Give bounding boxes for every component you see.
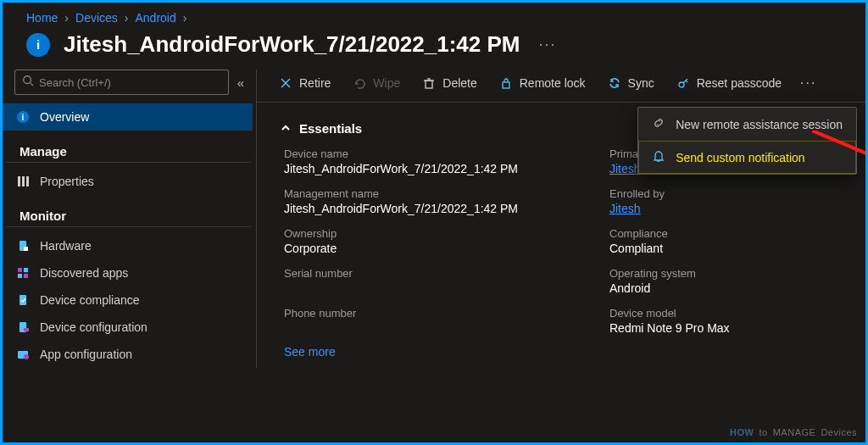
retire-icon (279, 77, 292, 89)
sidebar-item-label: Device configuration (40, 320, 147, 334)
svg-rect-23 (503, 82, 509, 88)
delete-label: Delete (442, 76, 476, 90)
value-link[interactable]: Jitesh (609, 202, 849, 215)
essentials-grid: Device name Jitesh_AndroidForWork_7/21/2… (257, 147, 865, 335)
label: Management name (284, 187, 589, 200)
svg-line-1 (31, 83, 34, 86)
sidebar-item-device-configuration[interactable]: Device configuration (3, 314, 253, 341)
sidebar-item-label: Discovered apps (40, 266, 128, 280)
essentials-title: Essentials (299, 121, 362, 136)
bell-icon (652, 149, 665, 165)
value: Compliant (609, 242, 849, 255)
svg-point-17 (24, 354, 29, 359)
compliance-icon (16, 293, 30, 307)
sidebar-item-label: Overview (40, 110, 89, 124)
sidebar-item-label: Properties (40, 175, 94, 188)
sync-label: Sync (628, 76, 654, 90)
menu-send-notification-label: Send custom notification (676, 151, 805, 164)
svg-rect-11 (18, 274, 22, 278)
breadcrumb-android[interactable]: Android (136, 11, 176, 25)
svg-rect-8 (24, 247, 28, 251)
retire-button[interactable]: Retire (269, 72, 341, 94)
wipe-button: Wipe (342, 72, 410, 94)
breadcrumb-home[interactable]: Home (26, 11, 58, 25)
svg-rect-20 (426, 81, 432, 88)
breadcrumb: Home › Devices › Android › (3, 3, 865, 25)
search-input[interactable] (39, 76, 221, 89)
sync-button[interactable]: Sync (598, 72, 665, 94)
sync-icon (608, 77, 621, 89)
delete-button[interactable]: Delete (412, 72, 487, 94)
sidebar-item-label: App configuration (40, 348, 132, 361)
field-device-model: Device model Redmi Note 9 Pro Max (609, 307, 849, 335)
search-box[interactable] (14, 70, 229, 95)
label: Device model (609, 307, 849, 320)
lock-icon (499, 77, 513, 89)
watermark-text: HOW (730, 427, 754, 437)
svg-line-26 (686, 81, 687, 82)
value: Jitesh_AndroidForWork_7/21/2022_1:42 PM (284, 202, 589, 215)
label: Enrolled by (609, 187, 849, 200)
watermark-text: to (760, 427, 768, 437)
label: Device name (284, 147, 589, 160)
hardware-icon (16, 239, 30, 253)
watermark: HOW to MANAGE Devices (730, 427, 857, 437)
sidebar-item-overview[interactable]: i Overview (3, 103, 253, 131)
sidebar-item-label: Device compliance (40, 293, 140, 307)
key-icon (676, 77, 690, 89)
sidebar-item-discovered-apps[interactable]: Discovered apps (3, 259, 253, 286)
field-phone-number: Phone number (284, 307, 589, 335)
sidebar-item-properties[interactable]: Properties (3, 168, 253, 195)
properties-icon (16, 175, 30, 188)
chevron-right-icon: › (183, 11, 187, 25)
label: Operating system (609, 267, 849, 280)
device-info-icon: i (26, 33, 50, 57)
watermark-text: Devices (821, 427, 857, 437)
wipe-icon (353, 77, 366, 89)
sidebar-item-label: Hardware (40, 239, 92, 253)
sidebar-item-app-configuration[interactable]: App configuration (3, 341, 253, 368)
toolbar-more-button[interactable]: ··· (793, 71, 823, 95)
chevron-right-icon: › (64, 11, 69, 25)
breadcrumb-devices[interactable]: Devices (75, 11, 118, 25)
reset-passcode-label: Reset passcode (697, 76, 782, 90)
svg-rect-9 (18, 268, 22, 272)
retire-label: Retire (299, 76, 331, 90)
sidebar-item-hardware[interactable]: Hardware (3, 232, 253, 259)
link-icon (652, 116, 665, 132)
sidebar: « i Overview Manage Properties Monitor H… (3, 70, 257, 368)
field-operating-system: Operating system Android (609, 267, 849, 295)
main-pane: Retire Wipe Delete Remote lock (257, 70, 865, 368)
sidebar-item-device-compliance[interactable]: Device compliance (3, 286, 253, 314)
chevron-right-icon: › (125, 11, 129, 25)
appconfig-icon (16, 348, 30, 361)
svg-rect-10 (24, 268, 28, 272)
remote-lock-label: Remote lock (520, 76, 586, 90)
value: Android (609, 281, 849, 295)
page-title: Jitesh_AndroidForWork_7/21/2022_1:42 PM (64, 31, 520, 58)
field-device-name: Device name Jitesh_AndroidForWork_7/21/2… (284, 147, 589, 175)
more-actions-menu: New remote assistance session Send custo… (637, 107, 857, 175)
header-more-icon[interactable]: ··· (539, 36, 557, 53)
svg-rect-5 (22, 176, 25, 186)
info-icon: i (16, 110, 30, 124)
reset-passcode-button[interactable]: Reset passcode (666, 72, 792, 94)
field-compliance: Compliance Compliant (609, 227, 849, 255)
field-management-name: Management name Jitesh_AndroidForWork_7/… (284, 187, 589, 215)
svg-text:i: i (22, 113, 25, 122)
menu-remote-assistance[interactable]: New remote assistance session (638, 108, 856, 141)
label: Ownership (284, 227, 589, 240)
label: Serial number (284, 267, 589, 280)
svg-rect-15 (24, 328, 29, 331)
search-icon (22, 75, 34, 90)
label: Compliance (609, 227, 849, 240)
collapse-sidebar-icon[interactable]: « (237, 75, 244, 90)
remote-lock-button[interactable]: Remote lock (489, 72, 596, 94)
see-more-link[interactable]: See more (257, 335, 865, 359)
menu-send-custom-notification[interactable]: Send custom notification (638, 141, 856, 174)
toolbar: Retire Wipe Delete Remote lock (257, 70, 865, 103)
delete-icon (422, 77, 436, 89)
svg-point-0 (24, 76, 31, 84)
value: Jitesh_AndroidForWork_7/21/2022_1:42 PM (284, 162, 589, 175)
field-ownership: Ownership Corporate (284, 227, 589, 255)
